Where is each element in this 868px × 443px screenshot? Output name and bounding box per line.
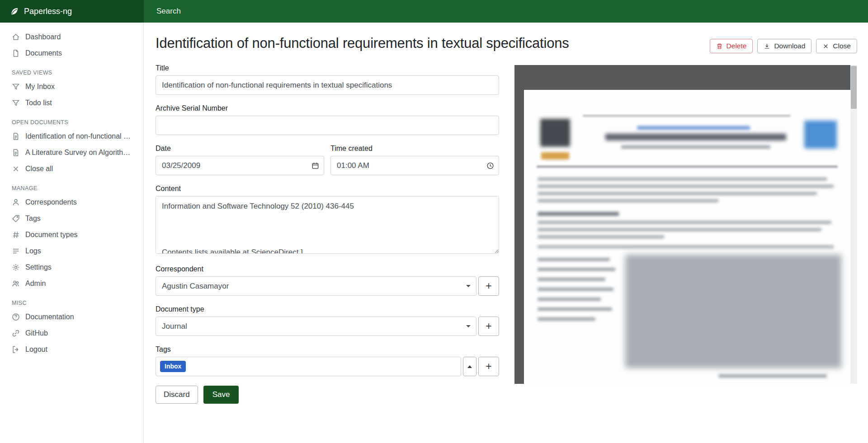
delete-button[interactable]: Delete <box>710 39 753 53</box>
sidebar-section-saved-views: SAVED VIEWS <box>0 61 143 79</box>
pdf-blur-block <box>718 374 827 378</box>
gear-icon <box>12 263 20 271</box>
main-content: Identification of non-functional require… <box>144 23 868 443</box>
pdf-blur-block <box>637 126 750 130</box>
document-actions: Delete Download Close <box>710 39 857 53</box>
page-title: Identification of non-functional require… <box>156 35 569 51</box>
pdf-blur-block <box>538 235 664 238</box>
home-icon <box>12 33 20 41</box>
archive-serial-number-label: Archive Serial Number <box>156 104 499 112</box>
trash-icon <box>716 43 723 50</box>
sidebar-item-logs[interactable]: Logs <box>0 243 143 259</box>
link-icon <box>12 329 20 337</box>
brand-name: Paperless-ng <box>24 7 72 16</box>
pdf-blur-block <box>538 185 834 188</box>
pdf-blur-block <box>538 177 827 181</box>
close-button-label: Close <box>833 42 851 50</box>
sidebar-section-misc: MISC <box>0 292 143 309</box>
top-bar: Paperless-ng <box>0 0 868 23</box>
paperless-leaf-icon <box>10 7 19 16</box>
pdf-blur-block <box>538 199 718 202</box>
people-icon <box>12 280 20 288</box>
tag-pill-inbox[interactable]: Inbox <box>160 361 186 372</box>
person-icon <box>12 198 20 206</box>
logout-icon <box>12 345 20 354</box>
title-input[interactable] <box>156 75 499 95</box>
sidebar-item-settings[interactable]: Settings <box>0 259 143 275</box>
sidebar-item-label: Logs <box>25 247 41 255</box>
sidebar-item-dashboard[interactable]: Dashboard <box>0 29 143 45</box>
sidebar-item-logout[interactable]: Logout <box>0 341 143 358</box>
discard-button[interactable]: Discard <box>156 386 198 404</box>
sidebar-item-label: Dashboard <box>25 33 61 41</box>
download-icon <box>764 43 770 50</box>
pdf-scrollbar-thumb[interactable] <box>851 66 857 109</box>
sidebar-item-correspondents[interactable]: Correspondents <box>0 194 143 210</box>
close-icon <box>12 165 20 173</box>
sidebar-item-my-inbox[interactable]: My Inbox <box>0 79 143 95</box>
correspondent-label: Correspondent <box>156 265 499 273</box>
tags-dropdown-toggle-button[interactable] <box>463 357 476 376</box>
tag-icon <box>12 215 20 223</box>
pdf-blur-block <box>538 258 610 261</box>
pdf-blur-block <box>621 145 770 149</box>
tags-input[interactable]: Inbox <box>156 357 461 376</box>
tags-label: Tags <box>156 345 499 354</box>
document-type-select-wrap: Journal <box>156 317 476 336</box>
sidebar-item-label: My Inbox <box>25 83 55 91</box>
sidebar-item-admin[interactable]: Admin <box>0 275 143 292</box>
save-button[interactable]: Save <box>203 386 239 404</box>
sidebar-item-documentation[interactable]: Documentation <box>0 309 143 325</box>
sidebar-item-document-types[interactable]: Document types <box>0 227 143 243</box>
sidebar-item-tags[interactable]: Tags <box>0 210 143 227</box>
document-edit-form: Title Archive Serial Number Date <box>156 64 499 404</box>
pdf-blur-block <box>804 121 837 149</box>
content-textarea[interactable] <box>156 196 499 254</box>
pdf-blur-block <box>537 166 838 168</box>
add-tag-button[interactable]: + <box>478 357 499 376</box>
pdf-blur-block <box>538 288 613 291</box>
add-correspondent-button[interactable]: + <box>478 276 499 296</box>
download-button[interactable]: Download <box>757 39 811 53</box>
close-button[interactable]: Close <box>816 39 857 53</box>
sidebar: Dashboard Documents SAVED VIEWS My Inbox… <box>0 23 144 443</box>
sidebar-item-github[interactable]: GitHub <box>0 325 143 341</box>
sidebar-item-close-all[interactable]: Close all <box>0 161 143 177</box>
time-created-input[interactable] <box>330 156 499 175</box>
filter-icon <box>12 99 20 107</box>
pdf-blur-block <box>538 317 595 321</box>
sidebar-item-label: Todo list <box>25 99 52 107</box>
list-icon <box>12 247 20 255</box>
sidebar-item-label: Tags <box>25 215 41 223</box>
pdf-blur-block <box>538 192 817 195</box>
file-text-icon <box>12 132 20 140</box>
sidebar-item-label: Close all <box>25 165 53 173</box>
search-input[interactable] <box>144 0 868 23</box>
pdf-preview[interactable] <box>514 65 857 384</box>
hash-icon <box>12 231 20 239</box>
caret-up-icon <box>467 363 472 368</box>
sidebar-item-label: Document types <box>25 231 78 239</box>
file-icon <box>12 49 20 57</box>
sidebar-item-todo-list[interactable]: Todo list <box>0 95 143 111</box>
sidebar-item-label: Correspondents <box>25 198 77 206</box>
pdf-blur-block <box>538 278 605 281</box>
pdf-blur-block <box>538 268 615 271</box>
sidebar-open-document-1[interactable]: Identification of non-functional require… <box>0 128 143 145</box>
brand[interactable]: Paperless-ng <box>0 0 144 23</box>
date-input[interactable] <box>156 156 324 175</box>
correspondent-select[interactable]: Agustin Casamayor <box>156 276 476 296</box>
archive-serial-number-input[interactable] <box>156 116 499 135</box>
document-type-select[interactable]: Journal <box>156 317 476 336</box>
time-created-label: Time created <box>330 145 499 153</box>
sidebar-item-documents[interactable]: Documents <box>0 45 143 61</box>
file-text-icon <box>12 149 20 157</box>
sidebar-section-open-documents: OPEN DOCUMENTS <box>0 111 143 128</box>
pdf-scrollbar[interactable] <box>850 65 857 384</box>
download-button-label: Download <box>774 42 805 50</box>
pdf-blur-block <box>540 119 570 147</box>
sidebar-item-label: Logout <box>25 345 47 354</box>
add-document-type-button[interactable]: + <box>478 317 499 336</box>
filter-icon <box>12 83 20 91</box>
sidebar-open-document-2[interactable]: A Literature Survey on Algorithms for Mu… <box>0 145 143 161</box>
